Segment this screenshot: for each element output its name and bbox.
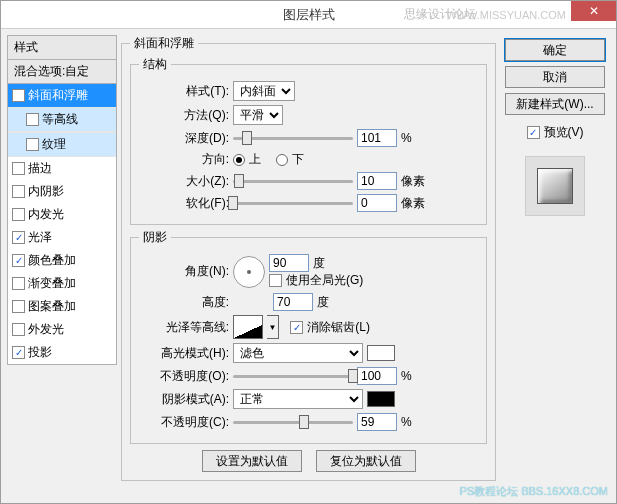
layer-style-dialog: 思缘设计论坛 图层样式 WWW.MISSYUAN.COM ✕ 样式 混合选项:自… [0, 0, 617, 504]
right-panel: 确定 取消 新建样式(W)... 预览(V) [500, 35, 610, 485]
item-inner-glow[interactable]: 内发光 [8, 203, 116, 226]
settings-panel: 斜面和浮雕 结构 样式(T):内斜面 方法(Q):平滑 深度(D):% 方向:上… [121, 35, 496, 485]
checkbox-icon[interactable] [12, 323, 25, 336]
checkbox-icon[interactable] [12, 208, 25, 221]
label: 内阴影 [28, 183, 64, 200]
item-outer-glow[interactable]: 外发光 [8, 318, 116, 341]
ok-button[interactable]: 确定 [505, 39, 605, 61]
shadow-opacity-label: 不透明度(C): [139, 414, 229, 431]
method-select[interactable]: 平滑 [233, 105, 283, 125]
size-slider[interactable] [233, 180, 353, 183]
checkbox-icon[interactable] [12, 162, 25, 175]
pct3: % [401, 415, 412, 429]
styles-panel: 样式 混合选项:自定 斜面和浮雕 等高线 纹理 描边 内阴影 内发光 光泽 颜色… [7, 35, 117, 485]
item-inner-shadow[interactable]: 内阴影 [8, 180, 116, 203]
preview-thumbnail [525, 156, 585, 216]
label: 内发光 [28, 206, 64, 223]
altitude-label: 高度: [139, 294, 229, 311]
checkbox-icon[interactable] [12, 346, 25, 359]
highlight-mode-label: 高光模式(H): [139, 345, 229, 362]
item-texture[interactable]: 纹理 [8, 132, 116, 157]
shadow-mode-select[interactable]: 正常 [233, 389, 363, 409]
checkbox-icon[interactable] [12, 300, 25, 313]
reset-default-button[interactable]: 复位为默认值 [316, 450, 416, 472]
label: 描边 [28, 160, 52, 177]
size-input[interactable] [357, 172, 397, 190]
px: 像素 [401, 173, 425, 190]
blend-options[interactable]: 混合选项:自定 [7, 60, 117, 84]
item-stroke[interactable]: 描边 [8, 157, 116, 180]
checkbox-icon[interactable] [12, 254, 25, 267]
global-light-checkbox[interactable] [269, 274, 282, 287]
structure-legend: 结构 [139, 56, 171, 73]
checkbox-icon[interactable] [12, 231, 25, 244]
bevel-group: 斜面和浮雕 结构 样式(T):内斜面 方法(Q):平滑 深度(D):% 方向:上… [121, 35, 496, 481]
size-label: 大小(Z): [139, 173, 229, 190]
new-style-button[interactable]: 新建样式(W)... [505, 93, 605, 115]
direction-label: 方向: [139, 151, 229, 168]
bevel-legend: 斜面和浮雕 [130, 35, 198, 52]
px2: 像素 [401, 195, 425, 212]
angle-dial[interactable] [233, 256, 265, 288]
label: 斜面和浮雕 [28, 87, 88, 104]
close-button[interactable]: ✕ [571, 1, 616, 21]
item-bevel-emboss[interactable]: 斜面和浮雕 [8, 84, 116, 107]
structure-group: 结构 样式(T):内斜面 方法(Q):平滑 深度(D):% 方向:上 下 大小(… [130, 56, 487, 225]
highlight-opacity-input[interactable] [357, 367, 397, 385]
label: 颜色叠加 [28, 252, 76, 269]
item-gradient-overlay[interactable]: 渐变叠加 [8, 272, 116, 295]
checkbox-icon[interactable] [12, 185, 25, 198]
highlight-opacity-label: 不透明度(O): [139, 368, 229, 385]
angle-input[interactable] [269, 254, 309, 272]
depth-input[interactable] [357, 129, 397, 147]
style-list: 斜面和浮雕 等高线 纹理 描边 内阴影 内发光 光泽 颜色叠加 渐变叠加 图案叠… [7, 84, 117, 365]
titlebar: 思缘设计论坛 图层样式 WWW.MISSYUAN.COM ✕ [1, 1, 616, 29]
contour-thumb[interactable] [233, 315, 263, 339]
antialias-checkbox[interactable] [290, 321, 303, 334]
radio-down[interactable] [276, 154, 288, 166]
label: 图案叠加 [28, 298, 76, 315]
pct: % [401, 131, 412, 145]
soften-slider[interactable] [233, 202, 353, 205]
soften-input[interactable] [357, 194, 397, 212]
label: 等高线 [42, 111, 78, 128]
label: 光泽 [28, 229, 52, 246]
altitude-input[interactable] [273, 293, 313, 311]
bottom-watermark: PS教程论坛 BBS.16XX8.COM [459, 484, 608, 499]
shadow-legend: 阴影 [139, 229, 171, 246]
checkbox-icon[interactable] [26, 113, 39, 126]
highlight-mode-select[interactable]: 滤色 [233, 343, 363, 363]
shadow-group: 阴影 角度(N): 度 使用全局光(G) 高度:度 光泽等高线:▼ 消除锯齿(L… [130, 229, 487, 444]
item-satin[interactable]: 光泽 [8, 226, 116, 249]
method-label: 方法(Q): [139, 107, 229, 124]
label: 渐变叠加 [28, 275, 76, 292]
shadow-opacity-input[interactable] [357, 413, 397, 431]
set-default-button[interactable]: 设置为默认值 [202, 450, 302, 472]
checkbox-icon[interactable] [12, 277, 25, 290]
item-pattern-overlay[interactable]: 图案叠加 [8, 295, 116, 318]
checkbox-icon[interactable] [12, 89, 25, 102]
shadow-mode-label: 阴影模式(A): [139, 391, 229, 408]
depth-slider[interactable] [233, 137, 353, 140]
styles-header: 样式 [7, 35, 117, 60]
shadow-opacity-slider[interactable] [233, 421, 353, 424]
cancel-button[interactable]: 取消 [505, 66, 605, 88]
highlight-color-swatch[interactable] [367, 345, 395, 361]
deg: 度 [313, 255, 325, 272]
label: 投影 [28, 344, 52, 361]
checkbox-icon[interactable] [26, 138, 39, 151]
radio-up[interactable] [233, 154, 245, 166]
shadow-color-swatch[interactable] [367, 391, 395, 407]
preview-checkbox[interactable] [527, 126, 540, 139]
item-contour[interactable]: 等高线 [8, 107, 116, 132]
item-color-overlay[interactable]: 颜色叠加 [8, 249, 116, 272]
chevron-down-icon[interactable]: ▼ [267, 315, 279, 339]
item-drop-shadow[interactable]: 投影 [8, 341, 116, 364]
depth-label: 深度(D): [139, 130, 229, 147]
global-label: 使用全局光(G) [286, 272, 363, 289]
soften-label: 软化(F): [139, 195, 229, 212]
style-label: 样式(T): [139, 83, 229, 100]
watermark-url: WWW.MISSYUAN.COM [446, 9, 566, 21]
style-select[interactable]: 内斜面 [233, 81, 295, 101]
highlight-opacity-slider[interactable] [233, 375, 353, 378]
